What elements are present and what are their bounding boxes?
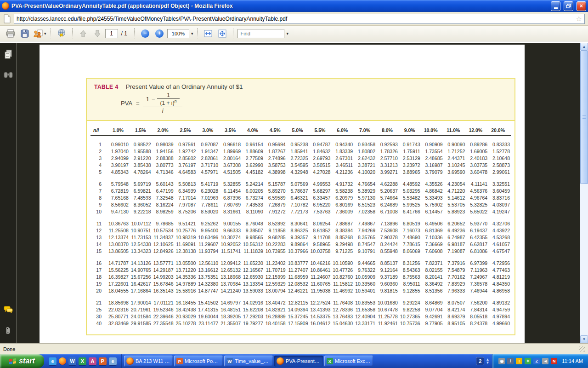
fit-width-button[interactable] [202, 27, 215, 40]
taskbar-clock[interactable]: 11:14 AM [562, 358, 583, 364]
updates-icon[interactable]: ✦ [525, 358, 531, 364]
resize-grip[interactable] [579, 346, 585, 352]
page-favicon [3, 14, 11, 23]
find-input[interactable] [237, 29, 284, 38]
column-header: 1.0% [107, 127, 130, 133]
word-icon[interactable]: W [68, 357, 76, 365]
formula-denominator: i [143, 107, 182, 115]
taskbar-button[interactable]: PVA-PresentValue... [274, 356, 323, 367]
save-button[interactable] [18, 27, 31, 40]
grouped-windows-badge[interactable]: 2 [476, 357, 484, 365]
scroll-up-arrow[interactable]: ▲ [580, 43, 588, 51]
table-row: 1715.5622514.9076514.2918713.7122013.166… [90, 267, 511, 274]
firefox-icon[interactable] [59, 357, 66, 365]
taskbar-button[interactable]: BA 213 W11 (Pasc... [124, 356, 173, 367]
pva-formula: PVA = 1 − 1 (1 + i)n [121, 92, 507, 115]
table-number-label: TABLE 4 [94, 84, 119, 90]
column-header: 1.5% [130, 127, 152, 133]
excel-icon[interactable]: X [79, 357, 86, 365]
fit-width-icon [204, 29, 213, 38]
norton-icon[interactable]: N [551, 358, 557, 364]
zoom-level-select[interactable]: 100% [167, 29, 189, 38]
page-up-icon [79, 29, 87, 38]
taskbar-button[interactable]: XMicrosoft Excel - r... [324, 356, 373, 367]
toolbar-separator [51, 28, 51, 39]
table-row: 2522.0231620.7196119.5234618.4243817.413… [90, 306, 511, 313]
zoom-dropdown-caret[interactable]: ▾ [191, 31, 193, 36]
pen-icon[interactable]: / [507, 358, 514, 364]
taskbar-button[interactable]: WTime_value_of_mo... [224, 356, 273, 367]
taskbar: start eWXAPe BA 213 W11 (Pasc...PMicroso… [0, 354, 588, 368]
fit-page-button[interactable] [216, 27, 229, 40]
close-button[interactable]: × [577, 1, 586, 11]
table-row: 2018.0455517.1686416.3514315.5891614.877… [90, 288, 511, 294]
vertical-scrollbar: ▲ ▼ [580, 43, 588, 343]
page-number-input[interactable] [105, 29, 118, 38]
search-panel-button[interactable] [3, 71, 13, 80]
minimize-button[interactable] [551, 1, 560, 11]
column-header: 12.0% [466, 127, 488, 133]
access-icon[interactable]: A [89, 357, 96, 365]
scrollbar-track[interactable] [580, 51, 588, 335]
zoom-out-button[interactable]: − [139, 27, 152, 40]
start-label: start [19, 357, 35, 365]
scroll-down-arrow[interactable]: ▼ [580, 335, 588, 343]
annuity-table-header-row: n/i1.0%1.5%2.0%2.5%3.0%3.5%4.0%4.5%5.0%5… [90, 127, 511, 136]
taskbar-button-label: Microsoft PowerPo... [185, 358, 220, 364]
toolbar-separator [72, 28, 73, 39]
taskbar-button[interactable]: PMicrosoft PowerPo... [174, 356, 223, 367]
column-header: 4.5% [264, 127, 287, 133]
formula-inner-denominator: (1 + i)n [157, 98, 179, 106]
zoom-in-button[interactable]: + [153, 27, 166, 40]
ie-icon[interactable]: e [49, 357, 57, 365]
table-row: 10.990100.985220.980390.975610.970870.96… [90, 141, 511, 148]
paperclip-icon [5, 326, 12, 336]
table-row: 43.901973.854383.807733.761973.717103.67… [90, 162, 511, 169]
attachments-panel-button[interactable] [5, 326, 12, 338]
taskbar-button-label: PVA-PresentValue... [286, 358, 321, 364]
scrollbar-thumb[interactable] [580, 51, 588, 184]
page-total-label: / 1 [121, 30, 127, 37]
status-bar: Done [0, 343, 588, 354]
excel-icon: X [327, 358, 333, 364]
restore-button[interactable] [564, 1, 573, 11]
previous-page-button[interactable] [77, 27, 90, 40]
powerpoint-icon[interactable]: P [99, 357, 107, 365]
device-icon[interactable]: ◉ [498, 358, 505, 364]
table-row: 2118.8569817.9001417.0112116.1845515.415… [90, 299, 511, 306]
pages-panel-button[interactable] [4, 49, 13, 61]
word-icon: W [226, 358, 233, 364]
save-icon [20, 29, 29, 38]
zone-icon[interactable]: Z [533, 358, 540, 364]
print-button[interactable] [4, 27, 17, 40]
location-bar: ☆ [0, 12, 588, 26]
pdf-toolbar: ▾ / 1 − + 100% ▾ ▾ [0, 26, 588, 41]
shield-icon[interactable]: ! [516, 358, 522, 364]
start-button[interactable]: start [0, 354, 44, 368]
table-row: 1917.2260116.4261715.6784614.9788914.323… [90, 281, 511, 288]
volume-icon[interactable]: ◄ [542, 358, 548, 364]
table-row: 109.471309.222188.982598.752068.530208.3… [90, 208, 511, 215]
formula-lhs: PVA [121, 100, 132, 107]
table-title-panel: TABLE 4 Present Value of an Ordinary Ann… [87, 79, 514, 121]
ie-channel-icon[interactable]: e [109, 357, 117, 365]
next-page-button[interactable] [91, 27, 104, 40]
binoculars-icon [3, 71, 13, 79]
pdf-page: TABLE 4 Present Value of an Ordinary Ann… [40, 45, 525, 343]
taskbar-button-label: Time_value_of_mo... [235, 358, 271, 364]
toolbar-separator [197, 28, 198, 39]
task-buttons: BA 213 W11 (Pasc...PMicrosoft PowerPo...… [122, 354, 473, 368]
find-dropdown-caret[interactable]: ▾ [286, 31, 288, 36]
bookmark-star-icon[interactable]: ☆ [576, 15, 582, 23]
table-row: 1413.0037012.5433812.1062511.6909111.296… [90, 241, 511, 248]
page-down-icon [93, 29, 102, 38]
url-input[interactable] [14, 14, 585, 24]
comments-panel-button[interactable] [3, 305, 13, 316]
table-row: 65.795485.697195.601435.508135.417195.32… [90, 181, 511, 188]
table-row: 32.940992.912202.883882.856022.828612.80… [90, 155, 511, 162]
taskbar-chevron[interactable]: ▲▼ [486, 358, 489, 364]
taskbar-button-label: BA 213 W11 (Pasc... [136, 358, 170, 364]
column-header: 10.0% [421, 127, 444, 133]
collaborate-button[interactable]: ▾ [33, 27, 46, 40]
web-button[interactable] [55, 27, 68, 40]
